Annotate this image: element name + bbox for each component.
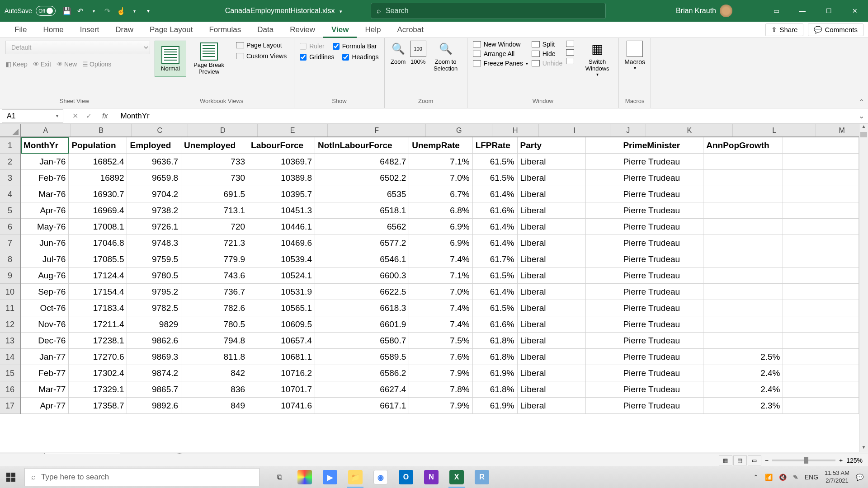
- cell[interactable]: 7.9%: [409, 365, 472, 381]
- cell[interactable]: Liberal: [518, 170, 586, 186]
- cell[interactable]: [833, 219, 859, 235]
- cell[interactable]: Liberal: [518, 333, 586, 349]
- cell[interactable]: [783, 202, 833, 219]
- ruler-checkbox[interactable]: Ruler: [300, 42, 324, 50]
- cell[interactable]: 17329.1: [69, 381, 127, 398]
- cell[interactable]: [833, 137, 859, 154]
- cell[interactable]: 811.8: [181, 349, 248, 365]
- cell[interactable]: 10451.3: [248, 202, 315, 219]
- cell[interactable]: 9829: [127, 316, 181, 333]
- cell[interactable]: 6601.9: [315, 316, 409, 333]
- cell[interactable]: 2.5%: [703, 349, 783, 365]
- cell[interactable]: 736.7: [181, 284, 248, 300]
- cell[interactable]: Oct-76: [21, 300, 69, 316]
- taskbar-zoom[interactable]: ▶: [319, 466, 341, 488]
- row-header-15[interactable]: 15: [0, 365, 20, 381]
- minimize-button[interactable]: —: [789, 0, 816, 22]
- cell[interactable]: 7.1%: [409, 267, 472, 284]
- exit-button[interactable]: 👁Exit: [33, 61, 51, 68]
- col-header-K[interactable]: K: [646, 124, 733, 136]
- cell[interactable]: [586, 349, 620, 365]
- cell[interactable]: 16930.7: [69, 186, 127, 202]
- cell[interactable]: 6546.1: [315, 251, 409, 267]
- cell[interactable]: [833, 300, 859, 316]
- cell[interactable]: 6617.1: [315, 398, 409, 414]
- cell[interactable]: Sep-76: [21, 284, 69, 300]
- cell[interactable]: 7.6%: [409, 349, 472, 365]
- cell[interactable]: 7.4%: [409, 251, 472, 267]
- formula-bar-checkbox[interactable]: Formula Bar: [333, 42, 377, 50]
- col-header-B[interactable]: B: [71, 124, 132, 136]
- cell[interactable]: [586, 186, 620, 202]
- cell[interactable]: 61.5%: [473, 267, 518, 284]
- cell[interactable]: [833, 365, 859, 381]
- cell[interactable]: 7.9%: [409, 398, 472, 414]
- cell[interactable]: 61.8%: [473, 333, 518, 349]
- cell[interactable]: 9892.6: [127, 398, 181, 414]
- cell[interactable]: 9726.1: [127, 219, 181, 235]
- view-side-icon-1[interactable]: [566, 41, 574, 47]
- zoom-100-button[interactable]: 100100%: [410, 41, 426, 65]
- cell[interactable]: 61.5%: [473, 300, 518, 316]
- row-header-8[interactable]: 8: [0, 251, 20, 267]
- cell[interactable]: [783, 316, 833, 333]
- tab-data[interactable]: Data: [249, 22, 282, 38]
- taskbar-app-1[interactable]: [294, 466, 316, 488]
- cell[interactable]: 9704.2: [127, 186, 181, 202]
- notifications-icon[interactable]: 💬: [856, 474, 863, 481]
- tab-formulas[interactable]: Formulas: [201, 22, 249, 38]
- tab-view[interactable]: View: [323, 22, 357, 38]
- cell[interactable]: 9862.6: [127, 333, 181, 349]
- row-header-17[interactable]: 17: [0, 398, 20, 414]
- row-header-11[interactable]: 11: [0, 300, 20, 316]
- cell[interactable]: Pierre Trudeau: [620, 235, 703, 251]
- headings-checkbox[interactable]: Headings: [342, 53, 378, 61]
- keep-button[interactable]: ◧Keep: [5, 61, 28, 68]
- cell[interactable]: [586, 333, 620, 349]
- cell[interactable]: [833, 381, 859, 398]
- cell[interactable]: 6600.3: [315, 267, 409, 284]
- cell[interactable]: 16969.4: [69, 202, 127, 219]
- cancel-formula-icon[interactable]: ✕: [70, 112, 80, 120]
- row-header-16[interactable]: 16: [0, 381, 20, 398]
- cell[interactable]: Feb-77: [21, 365, 69, 381]
- cell[interactable]: 10389.8: [248, 170, 315, 186]
- cell[interactable]: [783, 235, 833, 251]
- cell[interactable]: 16892: [69, 170, 127, 186]
- row-header-13[interactable]: 13: [0, 333, 20, 349]
- cell[interactable]: 61.4%: [473, 219, 518, 235]
- cell[interactable]: Jan-76: [21, 154, 69, 170]
- cell[interactable]: May-76: [21, 219, 69, 235]
- cell[interactable]: 9738.2: [127, 202, 181, 219]
- cell[interactable]: Liberal: [518, 154, 586, 170]
- cell[interactable]: Liberal: [518, 316, 586, 333]
- cell[interactable]: Unemployed: [181, 137, 248, 154]
- cell[interactable]: 9874.2: [127, 365, 181, 381]
- cell[interactable]: 10741.6: [248, 398, 315, 414]
- cell[interactable]: Population: [69, 137, 127, 154]
- cell[interactable]: 6482.7: [315, 154, 409, 170]
- cell[interactable]: 9782.5: [127, 300, 181, 316]
- zoom-in-icon[interactable]: +: [839, 457, 843, 464]
- cell[interactable]: 6586.2: [315, 365, 409, 381]
- tab-home[interactable]: Home: [35, 22, 71, 38]
- zoom-level[interactable]: 125%: [846, 457, 863, 464]
- cell[interactable]: 17154.4: [69, 284, 127, 300]
- cell[interactable]: [833, 202, 859, 219]
- cell[interactable]: [783, 365, 833, 381]
- language-indicator[interactable]: ENG: [805, 474, 818, 481]
- cell[interactable]: [833, 186, 859, 202]
- cell[interactable]: [833, 349, 859, 365]
- cell[interactable]: Pierre Trudeau: [620, 349, 703, 365]
- custom-views-button[interactable]: Custom Views: [234, 52, 288, 61]
- cell[interactable]: [783, 333, 833, 349]
- tab-file[interactable]: File: [6, 22, 35, 38]
- cell[interactable]: 61.4%: [473, 284, 518, 300]
- cell[interactable]: Pierre Trudeau: [620, 170, 703, 186]
- cell[interactable]: [586, 381, 620, 398]
- cell[interactable]: 713.1: [181, 202, 248, 219]
- cell[interactable]: 10609.5: [248, 316, 315, 333]
- cell[interactable]: [783, 154, 833, 170]
- cell[interactable]: 6518.1: [315, 202, 409, 219]
- cell[interactable]: 61.6%: [473, 316, 518, 333]
